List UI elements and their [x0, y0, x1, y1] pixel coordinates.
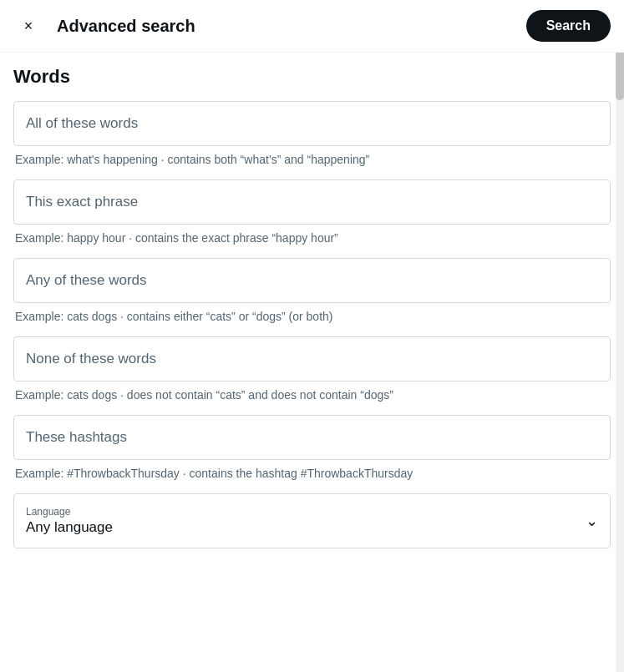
close-button[interactable]: × [13, 11, 43, 41]
content-area: Words Example: what's happening · contai… [0, 53, 624, 575]
exact-phrase-group: Example: happy hour · contains the exact… [13, 179, 611, 245]
hashtags-group: Example: #ThrowbackThursday · contains t… [13, 415, 611, 480]
scrollbar-track[interactable] [616, 0, 624, 672]
exact-phrase-input[interactable] [13, 179, 611, 225]
none-words-group: Example: cats dogs · does not contain “c… [13, 336, 611, 402]
exact-phrase-example: Example: happy hour · contains the exact… [13, 231, 611, 245]
any-words-input[interactable] [13, 258, 611, 303]
none-words-example: Example: cats dogs · does not contain “c… [13, 388, 611, 402]
all-words-group: Example: what's happening · contains bot… [13, 101, 611, 166]
all-words-input[interactable] [13, 101, 611, 146]
chevron-down-icon: ⌄ [586, 512, 598, 530]
any-words-example: Example: cats dogs · contains either “ca… [13, 310, 611, 323]
any-words-group: Example: cats dogs · contains either “ca… [13, 258, 611, 323]
all-words-example: Example: what's happening · contains bot… [13, 153, 611, 166]
words-section-title: Words [13, 66, 611, 88]
header: × Advanced search Search [0, 0, 624, 53]
language-group: Language Any language ⌄ [13, 493, 611, 548]
header-left: × Advanced search [13, 11, 195, 41]
hashtags-example: Example: #ThrowbackThursday · contains t… [13, 467, 611, 480]
language-select[interactable]: Language Any language ⌄ [13, 493, 611, 548]
hashtags-input[interactable] [13, 415, 611, 460]
language-value: Any language [26, 519, 598, 536]
page-title: Advanced search [57, 17, 195, 36]
none-words-input[interactable] [13, 336, 611, 381]
language-label: Language [26, 506, 598, 518]
search-button[interactable]: Search [526, 10, 611, 42]
